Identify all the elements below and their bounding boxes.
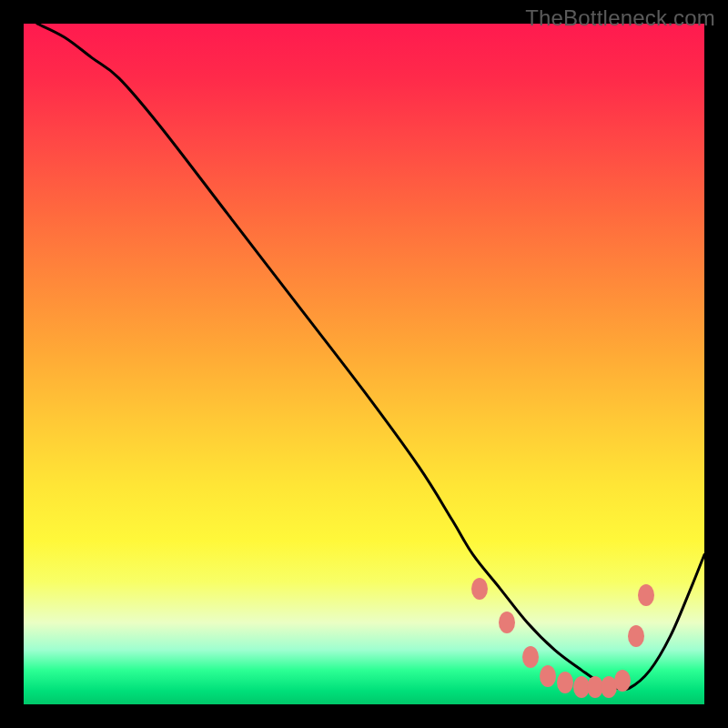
highlight-dot — [614, 670, 631, 692]
highlight-dot — [471, 578, 488, 600]
highlight-dot — [628, 625, 644, 647]
highlight-dot — [540, 665, 556, 687]
bottleneck-curve — [24, 24, 704, 704]
chart-plot-area — [24, 24, 704, 704]
highlight-dot — [638, 584, 654, 606]
highlight-dot — [499, 612, 515, 633]
highlight-dot — [557, 672, 573, 693]
highlight-dot — [522, 646, 539, 668]
watermark-text: TheBottleneck.com — [525, 5, 715, 31]
